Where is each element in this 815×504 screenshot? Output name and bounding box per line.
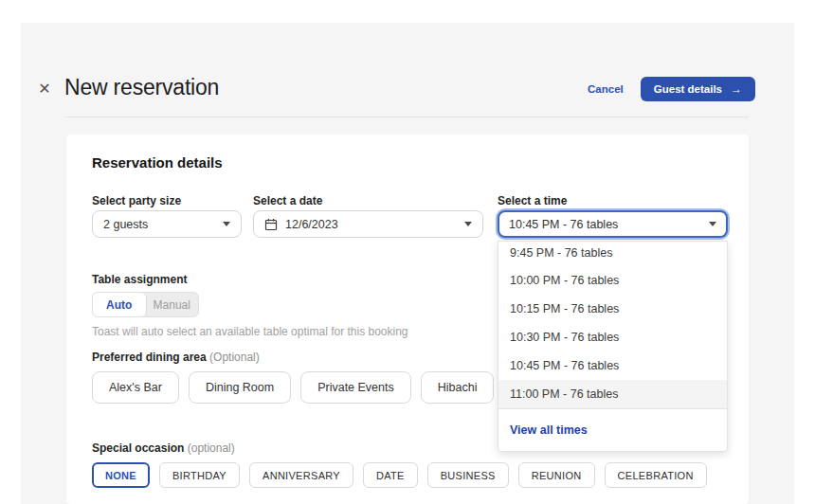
reservation-details-card: Reservation details Select party size 2 … xyxy=(66,135,749,504)
occasion-label: Special occasion (optional) xyxy=(92,441,235,455)
guest-details-label: Guest details xyxy=(654,83,722,95)
occasion-chip[interactable]: REUNION xyxy=(518,462,595,488)
arrow-right-icon: → xyxy=(731,82,742,96)
occasion-chip[interactable]: DATE xyxy=(363,462,418,488)
cancel-button[interactable]: Cancel xyxy=(588,83,624,95)
table-assignment-helper: Toast will auto select an available tabl… xyxy=(92,325,408,338)
party-size-label: Select party size xyxy=(92,194,181,207)
occasion-chip[interactable]: CELEBRATION xyxy=(605,462,707,488)
dining-area-chip[interactable]: Alex's Bar xyxy=(92,371,179,404)
dining-area-chip[interactable]: Private Events xyxy=(300,371,411,404)
toggle-auto[interactable]: Auto xyxy=(92,292,147,317)
section-title: Reservation details xyxy=(92,154,223,171)
time-option[interactable]: 10:00 PM - 76 tables xyxy=(498,266,727,295)
chevron-down-icon xyxy=(709,222,716,226)
time-select[interactable]: 10:45 PM - 76 tables xyxy=(498,210,728,238)
party-size-select[interactable]: 2 guests xyxy=(92,210,242,238)
date-select[interactable]: 12/6/2023 xyxy=(253,210,483,238)
date-value: 12/6/2023 xyxy=(285,218,457,231)
occasion-chip[interactable]: BIRTHDAY xyxy=(159,462,240,488)
header-actions: Cancel Guest details → xyxy=(588,77,755,101)
page-title: New reservation xyxy=(64,75,219,100)
toggle-manual[interactable]: Manual xyxy=(146,293,199,316)
occasion-options: NONE BIRTHDAY ANNIVERSARY DATE BUSINESS … xyxy=(92,462,707,488)
dining-area-optional: (Optional) xyxy=(207,351,260,364)
time-option[interactable]: 10:30 PM - 76 tables xyxy=(498,323,727,351)
party-size-value: 2 guests xyxy=(103,218,215,231)
calendar-icon xyxy=(264,218,278,231)
time-option[interactable]: 10:45 PM - 76 tables xyxy=(498,351,727,380)
time-label: Select a time xyxy=(498,194,567,207)
occasion-label-text: Special occasion xyxy=(92,441,184,455)
header-divider xyxy=(64,117,749,117)
time-dropdown-footer: View all times xyxy=(498,408,727,451)
guest-details-button[interactable]: Guest details → xyxy=(641,77,755,101)
dining-area-label: Preferred dining area (Optional) xyxy=(92,351,260,364)
dining-area-chip[interactable]: Hibachi xyxy=(421,371,495,404)
dining-area-label-text: Preferred dining area xyxy=(92,351,207,364)
occasion-optional: (optional) xyxy=(184,441,234,455)
chevron-down-icon xyxy=(464,222,472,226)
dining-area-chip[interactable]: Dining Room xyxy=(189,371,291,404)
time-option-highlighted[interactable]: 11:00 PM - 76 tables xyxy=(498,380,727,408)
time-option[interactable]: 10:15 PM - 76 tables xyxy=(498,295,727,323)
occasion-chip-selected[interactable]: NONE xyxy=(92,462,150,488)
new-reservation-page: ✕ New reservation Cancel Guest details →… xyxy=(0,0,815,504)
time-value: 10:45 PM - 76 tables xyxy=(509,218,701,231)
view-all-times-link[interactable]: View all times xyxy=(510,423,588,437)
time-dropdown: 9:45 PM - 76 tables 10:00 PM - 76 tables… xyxy=(498,241,728,452)
chevron-down-icon xyxy=(223,222,230,226)
table-assignment-toggle: Auto Manual xyxy=(92,292,199,317)
occasion-chip[interactable]: BUSINESS xyxy=(427,462,509,488)
time-option[interactable]: 9:45 PM - 76 tables xyxy=(498,242,727,266)
close-icon[interactable]: ✕ xyxy=(34,79,55,99)
date-label: Select a date xyxy=(253,194,322,207)
table-assignment-label: Table assignment xyxy=(92,273,187,286)
occasion-chip[interactable]: ANNIVERSARY xyxy=(249,462,353,488)
